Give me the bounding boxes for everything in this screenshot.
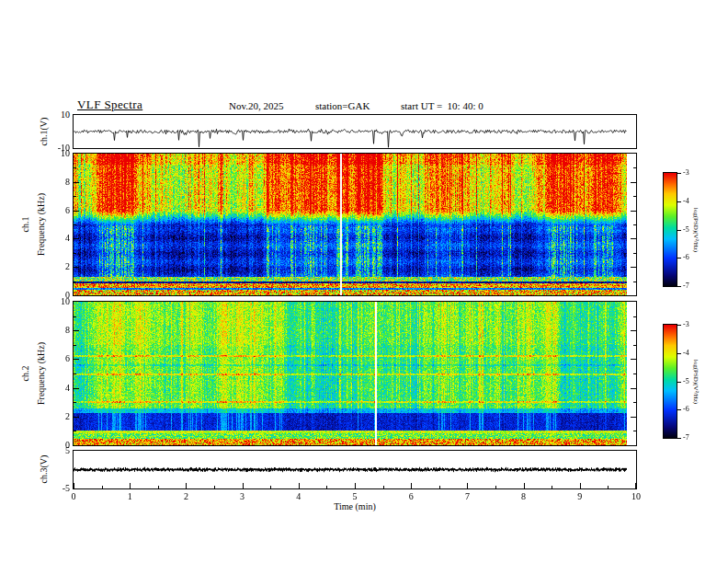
- x-tick-mark: [635, 483, 636, 488]
- y-tick-mark: [74, 431, 76, 431]
- x-minor-tick-mark: [158, 486, 159, 488]
- ch2-colorbar: [663, 324, 677, 439]
- y-tick-mark: [74, 196, 76, 197]
- figure-title: VLF Spectra: [77, 98, 142, 112]
- x-tick-label: 4: [288, 491, 310, 501]
- y-tick-mark: [631, 388, 636, 389]
- y-tick-label: 8: [44, 177, 70, 187]
- colorbar-tick-label: -4: [683, 197, 689, 205]
- y-tick-label: 10: [44, 109, 70, 120]
- y-tick-mark: [74, 282, 76, 282]
- x-tick-label: 9: [569, 491, 591, 501]
- y-tick-mark: [631, 267, 636, 268]
- x-minor-tick-mark: [270, 486, 271, 488]
- x-tick-label: 3: [232, 491, 254, 501]
- ch2-channel-label: ch.2: [20, 366, 30, 382]
- y-tick-mark: [631, 359, 636, 360]
- colorbar-tick-mark: [677, 438, 681, 439]
- colorbar-tick-mark: [677, 230, 681, 231]
- colorbar-tick-mark: [677, 325, 681, 326]
- colorbar-tick-label: -7: [683, 282, 689, 290]
- colorbar-tick-mark: [677, 286, 681, 287]
- y-tick-mark: [631, 182, 636, 183]
- colorbar-tick-label: -6: [683, 405, 689, 413]
- y-tick-label: 4: [44, 383, 70, 393]
- colorbar-tick-mark: [677, 382, 681, 383]
- y-tick-mark: [74, 359, 79, 360]
- x-minor-tick-mark: [439, 486, 440, 488]
- x-minor-tick-mark: [552, 486, 552, 488]
- x-minor-tick-mark: [326, 486, 327, 488]
- y-tick-mark: [633, 373, 636, 374]
- y-tick-mark: [633, 345, 636, 346]
- x-tick-label: 2: [175, 491, 197, 501]
- y-tick-mark: [74, 388, 79, 389]
- colorbar-tick-mark: [677, 409, 681, 410]
- ch1-frequency-axis-label: Frequency (kHz): [36, 193, 46, 256]
- ch1-colorbar-canvas: [664, 173, 677, 286]
- ch2-frequency-axis-label: Frequency (kHz): [36, 342, 46, 405]
- x-minor-tick-mark: [495, 486, 496, 488]
- ch2-colorbar-axis-label: log(PSD)(V²/Hz): [692, 360, 700, 404]
- x-tick-mark: [355, 483, 356, 488]
- y-tick-mark: [74, 373, 76, 374]
- y-tick-mark: [74, 238, 79, 239]
- y-tick-label: 2: [44, 411, 70, 421]
- ch1-voltage-axis-label: ch.1(V): [39, 118, 49, 146]
- y-tick-mark: [633, 402, 636, 403]
- y-tick-label: 5: [44, 445, 70, 455]
- y-tick-mark: [74, 267, 79, 268]
- time-axis-label: Time (min): [334, 501, 375, 511]
- ch1-colorbar: [663, 172, 677, 287]
- colorbar-tick-label: -7: [683, 433, 689, 442]
- x-minor-tick-mark: [214, 486, 215, 488]
- y-tick-mark: [74, 402, 76, 403]
- x-tick-mark: [130, 483, 131, 488]
- ch1-channel-label: ch.1: [20, 217, 30, 233]
- y-tick-mark: [631, 238, 636, 239]
- y-tick-mark: [74, 253, 76, 254]
- ch2-colorbar-canvas: [664, 325, 677, 438]
- x-tick-label: 10: [625, 491, 647, 501]
- ch3-voltage-axis-label: ch.3(V): [39, 455, 49, 484]
- y-tick-label: 10: [44, 148, 70, 158]
- x-tick-label: 8: [513, 491, 535, 501]
- x-tick-label: 1: [119, 491, 141, 501]
- x-minor-tick-mark: [102, 486, 103, 488]
- y-tick-mark: [74, 224, 76, 225]
- ch1-spectrogram-canvas: [74, 154, 636, 295]
- y-tick-mark: [74, 182, 79, 183]
- y-tick-mark: [631, 330, 636, 331]
- station-label: station=GAK: [315, 100, 370, 111]
- colorbar-tick-mark: [677, 173, 681, 174]
- colorbar-tick-label: -4: [683, 349, 689, 357]
- x-tick-label: 0: [63, 491, 85, 501]
- colorbar-tick-label: -5: [683, 377, 689, 385]
- y-tick-mark: [633, 167, 636, 168]
- x-tick-mark: [411, 483, 412, 488]
- y-tick-mark: [74, 417, 79, 418]
- colorbar-tick-label: -5: [683, 225, 689, 234]
- y-tick-mark: [633, 224, 636, 225]
- colorbar-tick-label: -3: [683, 320, 689, 328]
- ch1-waveform-canvas: [74, 115, 636, 148]
- colorbar-tick-mark: [677, 201, 681, 202]
- ch2-spectrogram-panel: [73, 301, 637, 446]
- colorbar-tick-mark: [677, 258, 681, 259]
- y-tick-mark: [74, 330, 79, 331]
- ch1-waveform-panel: [73, 114, 637, 149]
- y-tick-label: 10: [44, 296, 70, 306]
- x-tick-mark: [299, 483, 300, 488]
- x-tick-label: 7: [456, 491, 478, 501]
- vlf-spectra-figure: VLF Spectra Nov.20, 2025 station=GAK sta…: [0, 0, 728, 563]
- y-tick-mark: [633, 196, 636, 197]
- y-tick-mark: [74, 167, 76, 168]
- colorbar-tick-mark: [677, 353, 681, 354]
- date-label: Nov.20, 2025: [229, 100, 283, 111]
- x-tick-label: 6: [400, 491, 422, 501]
- colorbar-tick-label: -3: [683, 168, 689, 177]
- x-tick-mark: [524, 483, 525, 488]
- x-tick-mark: [243, 483, 244, 488]
- y-tick-mark: [631, 211, 636, 212]
- x-tick-mark: [186, 483, 187, 488]
